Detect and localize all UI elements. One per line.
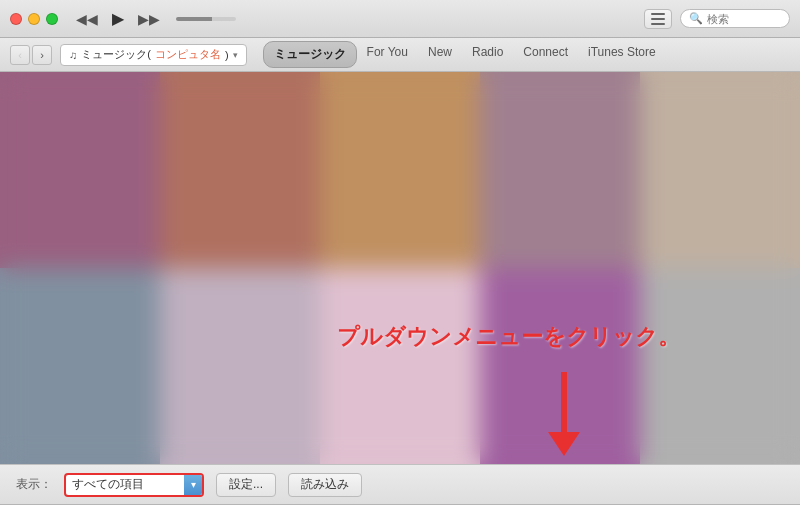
tab-new[interactable]: New [418, 41, 462, 68]
traffic-lights [10, 13, 58, 25]
playback-controls: ◀◀ ▶ ▶▶ [72, 7, 236, 30]
library-selector[interactable]: ♫ ミュージック(コンピュタ名) ▾ [60, 44, 247, 66]
tab-nav: ミュージック For You New Radio Connect iTunes … [263, 41, 666, 68]
search-box[interactable]: 🔍 [680, 9, 790, 28]
play-button[interactable]: ▶ [108, 7, 128, 30]
forward-arrow[interactable]: › [32, 45, 52, 65]
selector-chevron-icon: ▾ [233, 50, 238, 60]
bottom-bar: 表示： すべての項目 ▾ 設定... 読み込み [0, 464, 800, 504]
close-button[interactable] [10, 13, 22, 25]
annotation-text: プルダウンメニューをクリック。 [337, 322, 680, 352]
tab-connect[interactable]: Connect [513, 41, 578, 68]
music-icon: ♫ [69, 49, 77, 61]
blur-overlay [0, 72, 800, 464]
search-icon: 🔍 [689, 12, 703, 25]
annotation-arrow [548, 372, 580, 456]
back-arrow[interactable]: ‹ [10, 45, 30, 65]
search-input[interactable] [707, 13, 787, 25]
nav-arrows: ‹ › [10, 45, 52, 65]
arrow-head [548, 432, 580, 456]
tab-radio[interactable]: Radio [462, 41, 513, 68]
settings-button[interactable]: 設定... [216, 473, 276, 497]
title-bar: ◀◀ ▶ ▶▶ 🔍 [0, 0, 800, 38]
library-close: ) [225, 49, 229, 61]
arrow-shaft [561, 372, 567, 432]
maximize-button[interactable] [46, 13, 58, 25]
volume-slider[interactable] [176, 17, 236, 21]
library-label: ミュージック( [81, 47, 151, 62]
dropdown-select[interactable]: すべての項目 ▾ [64, 473, 204, 497]
minimize-button[interactable] [28, 13, 40, 25]
view-label: 表示： [16, 476, 52, 493]
content-area: プルダウンメニューをクリック。 [0, 72, 800, 464]
dropdown-value: すべての項目 [72, 476, 184, 493]
nav-bar: ‹ › ♫ ミュージック(コンピュタ名) ▾ ミュージック For You Ne… [0, 38, 800, 72]
next-button[interactable]: ▶▶ [134, 9, 164, 29]
tab-itunes-store[interactable]: iTunes Store [578, 41, 666, 68]
tab-music[interactable]: ミュージック [263, 41, 357, 68]
import-button[interactable]: 読み込み [288, 473, 362, 497]
right-controls: 🔍 [644, 9, 790, 29]
prev-button[interactable]: ◀◀ [72, 9, 102, 29]
tab-for-you[interactable]: For You [357, 41, 418, 68]
list-view-button[interactable] [644, 9, 672, 29]
dropdown-arrow-icon[interactable]: ▾ [184, 475, 202, 495]
computer-name: コンピュタ名 [155, 47, 221, 62]
